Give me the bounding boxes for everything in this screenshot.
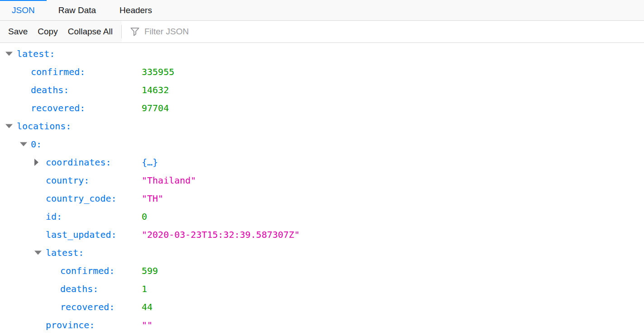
json-row: country_code:"TH" (0, 189, 644, 208)
funnel-icon (130, 27, 140, 37)
json-row: province:"" (0, 316, 644, 334)
json-row: locations: (0, 117, 644, 135)
json-key: recovered: (60, 298, 114, 316)
json-key[interactable]: latest: (17, 45, 55, 63)
tab-headers[interactable]: Headers (108, 0, 164, 20)
json-value: "" (142, 316, 153, 334)
json-row: deaths:1 (0, 280, 644, 298)
json-value: "Thailand" (142, 171, 196, 189)
json-key[interactable]: 0: (31, 135, 42, 153)
tab-raw-data[interactable]: Raw Data (47, 0, 108, 20)
save-button[interactable]: Save (3, 27, 33, 37)
json-key[interactable]: latest: (46, 244, 84, 262)
json-row: coordinates:{…} (0, 153, 644, 171)
json-row: latest: (0, 45, 644, 63)
json-key[interactable]: coordinates: (46, 153, 111, 171)
json-key: recovered: (31, 99, 85, 117)
json-value: 335955 (142, 63, 174, 81)
json-key: confirmed: (31, 63, 85, 81)
json-tree: latest:confirmed:335955deaths:14632recov… (0, 43, 644, 334)
collapse-arrow-icon[interactable] (5, 52, 13, 56)
json-value: "TH" (142, 189, 163, 208)
json-row: last_updated:"2020-03-23T15:32:39.587307… (0, 226, 644, 244)
json-key: id: (46, 208, 62, 226)
json-value: 599 (142, 262, 158, 280)
json-key: deaths: (60, 280, 98, 298)
json-row: country:"Thailand" (0, 171, 644, 189)
tab-json[interactable]: JSON (0, 0, 47, 20)
json-key: deaths: (31, 81, 69, 99)
copy-button[interactable]: Copy (33, 27, 62, 37)
collapsed-object-placeholder[interactable]: {…} (142, 153, 158, 171)
json-key[interactable]: locations: (17, 117, 71, 135)
filter-box (122, 21, 644, 42)
collapse-arrow-icon[interactable] (20, 142, 27, 146)
json-row: recovered:44 (0, 298, 644, 316)
json-row: confirmed:599 (0, 262, 644, 280)
json-key: province: (46, 316, 95, 334)
json-value: 44 (142, 298, 153, 316)
json-key: country_code: (46, 189, 117, 208)
expand-arrow-icon[interactable] (34, 159, 38, 166)
json-row: recovered:97704 (0, 99, 644, 117)
json-value: 1 (142, 280, 147, 298)
json-row: deaths:14632 (0, 81, 644, 99)
json-key: last_updated: (46, 226, 117, 244)
json-value: 0 (142, 208, 147, 226)
json-row: id:0 (0, 208, 644, 226)
json-value: 14632 (142, 81, 169, 99)
json-key: country: (46, 171, 89, 189)
collapse-all-button[interactable]: Collapse All (63, 27, 118, 37)
json-row: confirmed:335955 (0, 63, 644, 81)
collapse-arrow-icon[interactable] (5, 124, 13, 128)
json-row: latest: (0, 244, 644, 262)
collapse-arrow-icon[interactable] (34, 251, 42, 255)
json-toolbar: Save Copy Collapse All (0, 21, 644, 43)
filter-json-input[interactable] (144, 27, 644, 37)
json-value: "2020-03-23T15:32:39.587307Z" (142, 226, 300, 244)
json-row: 0: (0, 135, 644, 153)
response-tabbar: JSON Raw Data Headers (0, 0, 644, 21)
json-key: confirmed: (60, 262, 114, 280)
json-value: 97704 (142, 99, 169, 117)
